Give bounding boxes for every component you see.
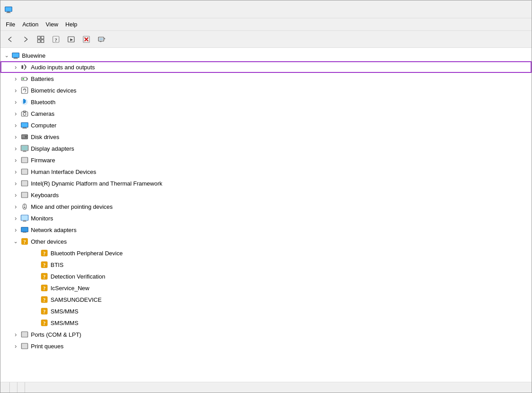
update-driver-button[interactable] <box>64 33 78 46</box>
tree-item-monitors[interactable]: Monitors <box>0 212 532 224</box>
icon-samsungdevice: ? <box>40 295 49 304</box>
expand-icon-diskdrives[interactable] <box>11 132 20 141</box>
expand-icon-hid[interactable] <box>11 167 20 176</box>
status-segment-1 <box>2 382 10 393</box>
label-btis: BTIS <box>51 262 64 268</box>
label-batteries: Batteries <box>31 76 54 82</box>
tree-item-btis[interactable]: ? BTIS <box>0 259 532 270</box>
svg-rect-49 <box>22 181 27 186</box>
expand-icon-keyboards[interactable] <box>11 190 20 199</box>
maximize-button[interactable] <box>486 2 506 17</box>
tree-item-detection[interactable]: ? Detection Verification <box>0 270 532 282</box>
expand-icon-mice[interactable] <box>11 202 20 211</box>
tree-item-samsungdevice[interactable]: ? SAMSUNGDEVICE <box>0 294 532 305</box>
svg-rect-60 <box>23 232 26 233</box>
menu-help[interactable]: Help <box>62 20 81 29</box>
svg-rect-3 <box>6 13 11 13</box>
tree-item-display[interactable]: Display adapters <box>0 143 532 154</box>
tree-item-icservice[interactable]: ? IcService_New <box>0 282 532 294</box>
svg-rect-35 <box>22 128 27 129</box>
icon-smsmms2: ? <box>40 318 49 327</box>
tree-root[interactable]: Bluewine <box>0 50 532 61</box>
forward-button[interactable] <box>18 33 33 46</box>
svg-text:?: ? <box>43 320 46 326</box>
tree-item-other[interactable]: ? Other devices <box>0 236 532 247</box>
expand-icon-biometric[interactable] <box>11 86 20 95</box>
label-bluetooth: Bluetooth <box>31 99 55 106</box>
svg-rect-23 <box>21 65 23 69</box>
scan-button[interactable] <box>94 33 109 46</box>
show-hidden-button[interactable] <box>34 33 48 46</box>
expand-icon-ports[interactable] <box>11 330 20 339</box>
expand-icon-bluetooth[interactable] <box>11 97 20 106</box>
tree-item-bluetooth-peripheral[interactable]: ? Bluetooth Peripheral Device <box>0 247 532 259</box>
back-button[interactable] <box>3 33 17 46</box>
uninstall-button[interactable] <box>79 33 94 46</box>
svg-rect-33 <box>21 123 28 127</box>
expand-icon-display[interactable] <box>11 144 20 153</box>
menu-file[interactable]: File <box>2 20 19 29</box>
tree-item-ports[interactable]: Ports (COM & LPT) <box>0 329 532 340</box>
label-smsmms1: SMS/MMS <box>51 308 78 315</box>
device-manager-window: File Action View Help ? <box>0 0 532 393</box>
title-bar-controls <box>464 2 528 17</box>
icon-keyboards <box>20 190 29 199</box>
tree-item-diskdrives[interactable]: Disk drives <box>0 131 532 143</box>
tree-item-mice[interactable]: Mice and other pointing devices <box>0 201 532 212</box>
tree-item-hid[interactable]: Human Interface Devices <box>0 166 532 177</box>
expand-icon-audio[interactable] <box>11 63 20 72</box>
icon-monitors <box>20 214 29 223</box>
svg-rect-21 <box>14 58 17 59</box>
tree-item-keyboards[interactable]: Keyboards <box>0 189 532 201</box>
label-diskdrives: Disk drives <box>31 134 60 140</box>
tree-item-cameras[interactable]: Cameras <box>0 108 532 119</box>
tree-item-smsmms1[interactable]: ? SMS/MMS <box>0 305 532 317</box>
svg-rect-22 <box>13 59 18 59</box>
icon-audio <box>20 63 29 72</box>
menu-view[interactable]: View <box>42 20 62 29</box>
tree-item-audio[interactable]: Audio inputs and outputs <box>0 61 532 73</box>
tree-item-bluetooth[interactable]: Bluetooth <box>0 96 532 108</box>
tree-item-computer[interactable]: Computer <box>0 119 532 131</box>
svg-text:?: ? <box>43 308 46 315</box>
tree-item-batteries[interactable]: Batteries <box>0 73 532 85</box>
tree-item-network[interactable]: Network adapters <box>0 224 532 236</box>
close-button[interactable] <box>507 2 528 17</box>
title-bar <box>0 0 532 18</box>
svg-text:?: ? <box>43 250 46 257</box>
label-network: Network adapters <box>31 227 77 233</box>
expand-icon-cameras[interactable] <box>11 109 20 118</box>
svg-rect-39 <box>22 136 24 136</box>
tree-item-intel[interactable]: Intel(R) Dynamic Platform and Thermal Fr… <box>0 177 532 189</box>
help-button[interactable]: ? <box>49 33 63 46</box>
expand-icon-firmware[interactable] <box>11 156 20 165</box>
svg-rect-41 <box>21 146 28 150</box>
icon-icservice: ? <box>40 283 49 292</box>
minimize-button[interactable] <box>464 2 485 17</box>
menu-bar: File Action View Help <box>0 18 532 31</box>
svg-text:?: ? <box>43 285 46 292</box>
content-area: Bluewine Audio inputs and outputs Batter… <box>0 48 532 382</box>
expand-icon-intel[interactable] <box>11 179 20 188</box>
label-icservice: IcService_New <box>51 285 89 292</box>
svg-rect-43 <box>23 152 26 152</box>
expand-icon-batteries[interactable] <box>11 74 20 83</box>
label-computer: Computer <box>31 122 56 129</box>
expand-icon-other[interactable] <box>11 237 20 246</box>
svg-point-38 <box>25 136 27 138</box>
root-expand-icon[interactable] <box>2 51 11 60</box>
tree-item-biometric[interactable]: Biometric devices <box>0 85 532 96</box>
expand-icon-print[interactable] <box>11 342 20 351</box>
icon-hid <box>20 167 29 176</box>
menu-action[interactable]: Action <box>19 20 42 29</box>
expand-icon-network[interactable] <box>11 225 20 234</box>
device-tree[interactable]: Bluewine Audio inputs and outputs Batter… <box>0 48 532 382</box>
tree-item-firmware[interactable]: Firmware <box>0 154 532 166</box>
expand-icon-monitors[interactable] <box>11 214 20 223</box>
tree-item-print[interactable]: Print queues <box>0 340 532 352</box>
expand-icon-computer[interactable] <box>11 121 20 130</box>
icon-other: ? <box>20 237 29 246</box>
icon-biometric <box>20 86 29 95</box>
tree-item-smsmms2[interactable]: ? SMS/MMS <box>0 317 532 329</box>
svg-text:?: ? <box>43 274 46 280</box>
